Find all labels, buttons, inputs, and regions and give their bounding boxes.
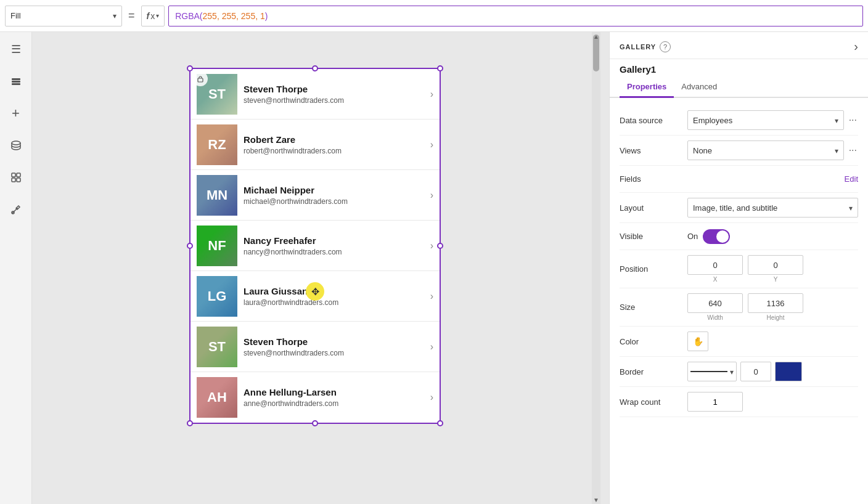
views-chevron-icon [835, 146, 838, 155]
svg-rect-6 [12, 178, 15, 182]
gallery-item-name: Steven Thorpe [244, 84, 428, 94]
border-style-dropdown[interactable] [687, 362, 737, 381]
add-icon[interactable]: + [6, 104, 26, 123]
panel-help-button[interactable]: ? [660, 41, 671, 52]
hamburger-icon[interactable]: ☰ [6, 39, 26, 59]
visible-state-label: On [687, 232, 698, 241]
gallery-item-email: steven@northwindtraders.com [244, 96, 428, 105]
pos-x-label: X [713, 276, 718, 283]
panel-tabs: Properties Advanced [610, 78, 868, 98]
border-width-input[interactable]: 0 [740, 362, 771, 381]
right-panel: GALLERY ? › Gallery1 Properties Advanced… [609, 32, 868, 504]
panel-section-label: GALLERY [620, 43, 656, 51]
size-height-input[interactable]: 1136 [748, 293, 803, 313]
visible-toggle[interactable] [703, 229, 730, 244]
vertical-scrollbar[interactable]: ▲ ▼ [592, 32, 600, 504]
layout-dropdown[interactable]: Image, title, and subtitle [687, 198, 858, 217]
fill-chevron-icon [113, 11, 117, 20]
views-more-button[interactable]: ··· [848, 145, 858, 156]
data-source-dropdown[interactable]: Employees [687, 110, 844, 130]
layout-label: Layout [620, 203, 687, 213]
color-icon: ✋ [693, 336, 703, 346]
fields-row: Fields Edit [620, 166, 858, 193]
wrap-count-row: Wrap count 1 [620, 387, 858, 417]
pos-y-input[interactable]: 0 [748, 255, 803, 275]
pos-x-input[interactable]: 0 [687, 255, 743, 275]
gallery-item-arrow-icon: › [428, 291, 433, 302]
gallery-item[interactable]: NF Nancy Freehafer nancy@northwindtrader… [190, 221, 440, 271]
tools-icon[interactable] [6, 200, 26, 219]
gallery-item[interactable]: RZ Robert Zare robert@northwindtraders.c… [190, 120, 440, 170]
layers-icon[interactable] [6, 71, 26, 91]
svg-point-3 [12, 141, 20, 145]
views-label: Views [620, 146, 687, 155]
gallery-item-arrow-icon: › [428, 341, 433, 352]
svg-rect-2 [12, 83, 20, 85]
wrap-count-label: Wrap count [620, 397, 687, 407]
equals-sign: = [126, 9, 137, 22]
gallery-item-name: Robert Zare [244, 134, 428, 145]
pos-y-label: Y [774, 276, 778, 283]
position-value: 0 X 0 Y [687, 255, 858, 283]
avatar-initials: MN [197, 175, 237, 216]
fx-button[interactable]: f x ▾ [141, 6, 165, 26]
views-dropdown[interactable]: None [687, 140, 844, 160]
database-icon[interactable] [6, 136, 26, 155]
gallery-item[interactable]: ST Steven Thorpe steven@northwindtraders… [190, 69, 440, 120]
grid-icon[interactable] [6, 168, 26, 187]
main-area: ☰ + [0, 32, 868, 504]
panel-collapse-button[interactable]: › [854, 39, 858, 54]
fx-icon: f [147, 11, 150, 21]
gallery-item-name: Steven Thorpe [244, 336, 428, 347]
fields-label: Fields [620, 174, 687, 184]
visible-toggle-container: On [687, 229, 730, 244]
data-source-more-button[interactable]: ··· [848, 115, 858, 126]
formula-bar[interactable]: RGBA(255, 255, 255, 1) [168, 6, 863, 26]
color-picker-button[interactable]: ✋ [687, 331, 708, 351]
gallery-item-avatar: LG [197, 276, 237, 317]
border-color-swatch[interactable] [775, 362, 802, 381]
gallery-item-name: Nancy Freehafer [244, 235, 428, 246]
wrap-count-input[interactable]: 1 [687, 392, 743, 412]
views-row: Views None ··· [620, 136, 858, 166]
top-toolbar: Fill = f x ▾ RGBA(255, 255, 255, 1) [0, 0, 868, 32]
avatar-initials: ST [197, 327, 237, 367]
size-width-input[interactable]: 640 [687, 293, 743, 313]
size-value: 640 Width 1136 Height [687, 293, 858, 321]
data-source-value: Employees ··· [687, 110, 858, 130]
scroll-up-arrow[interactable]: ▲ [592, 32, 600, 41]
border-style-chevron-icon [730, 366, 734, 377]
gallery-item-arrow-icon: › [428, 139, 433, 150]
fields-edit-button[interactable]: Edit [845, 174, 858, 184]
fill-dropdown[interactable]: Fill [5, 6, 122, 26]
canvas-area[interactable]: ✥ ST Steven Thorpe steven@northwindtrade… [32, 32, 609, 504]
fx-label: x [150, 11, 155, 21]
gallery-item-name: Laura Giussani [244, 286, 428, 296]
gallery-item-info: Robert Zare robert@northwindtraders.com [237, 134, 428, 155]
properties-body: Data source Employees ··· Views None [610, 98, 868, 425]
tab-properties[interactable]: Properties [620, 78, 674, 98]
visible-row: Visible On [620, 223, 858, 250]
scroll-down-arrow[interactable]: ▼ [592, 495, 600, 504]
formula-text: RGBA(255, 255, 255, 1) [175, 11, 268, 21]
gallery-item-info: Steven Thorpe steven@northwindtraders.co… [237, 84, 428, 105]
gallery-item-avatar: RZ [197, 124, 237, 165]
pos-x-wrap: 0 X [687, 255, 743, 283]
gallery-selection-border: ✥ ST Steven Thorpe steven@northwindtrade… [189, 68, 441, 424]
gallery-item-info: Laura Giussani laura@northwindtraders.co… [237, 286, 428, 307]
size-row: Size 640 Width 1136 Height [620, 288, 858, 327]
visible-label: Visible [620, 232, 687, 241]
gallery-item[interactable]: ST Steven Thorpe steven@northwindtraders… [190, 322, 440, 372]
color-value: ✋ [687, 331, 858, 351]
tab-advanced[interactable]: Advanced [674, 78, 724, 98]
data-source-label: Data source [620, 116, 687, 125]
size-h-wrap: 1136 Height [748, 293, 803, 321]
gallery-item-avatar: AH [197, 377, 237, 418]
gallery-item[interactable]: MN Michael Neipper michael@northwindtrad… [190, 170, 440, 221]
panel-header: GALLERY ? › [610, 32, 868, 59]
data-source-chevron-icon [835, 116, 838, 125]
border-label: Border [620, 367, 687, 376]
gallery-item[interactable]: AH Anne Hellung-Larsen anne@northwindtra… [190, 372, 440, 423]
svg-rect-7 [17, 178, 20, 182]
size-inputs: 640 Width 1136 Height [687, 293, 858, 321]
